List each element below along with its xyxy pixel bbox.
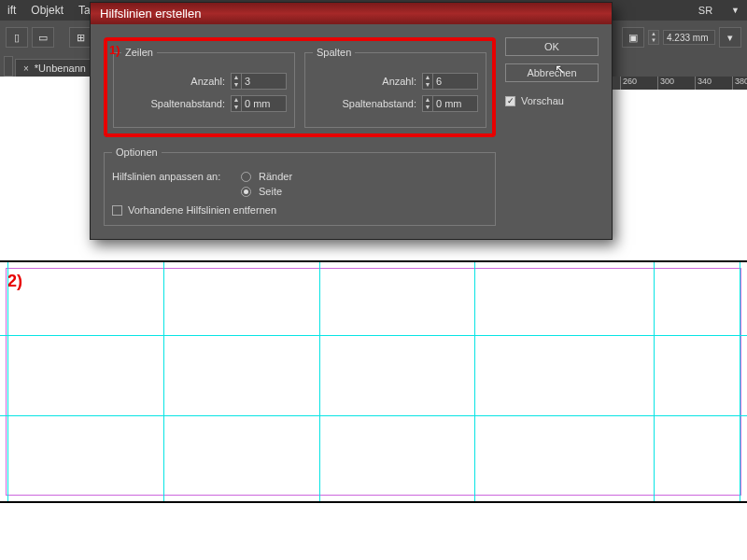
guide-horizontal[interactable]	[0, 415, 747, 416]
dim-spinner[interactable]: ▲▼	[648, 30, 659, 45]
preview-checkbox[interactable]	[505, 96, 515, 106]
menu-item[interactable]: Objekt	[31, 4, 63, 17]
chevron-down-icon: ▼	[731, 6, 740, 15]
dim-input[interactable]	[663, 30, 715, 45]
annotation-highlight: 1) Zeilen Anzahl: ▲▼ Spaltenabstand: ▲▼	[104, 37, 496, 137]
radio-margins[interactable]	[241, 172, 251, 182]
close-panel-icon[interactable]	[4, 56, 13, 77]
guide-vertical[interactable]	[474, 262, 475, 501]
rows-count-label: Anzahl:	[190, 76, 225, 87]
guide-vertical[interactable]	[163, 262, 164, 501]
fit-label: Hilfslinien anpassen an:	[112, 171, 233, 182]
radio-page[interactable]	[241, 187, 251, 197]
rows-gap-spinner[interactable]: ▲▼	[231, 95, 242, 112]
ruler-tick: 260	[620, 77, 637, 90]
ruler-tick: 300	[657, 77, 674, 90]
cols-legend: Spalten	[313, 47, 355, 58]
guide-horizontal[interactable]	[0, 335, 747, 336]
page-canvas[interactable]: 2)	[0, 261, 747, 502]
tool-icon[interactable]: ⊞	[69, 27, 92, 48]
ruler-tick: 380	[732, 77, 747, 90]
cancel-button[interactable]: Abbrechen	[505, 63, 599, 82]
rows-legend: Zeilen	[121, 47, 157, 58]
rows-count-input[interactable]	[242, 73, 287, 90]
ok-button[interactable]: OK	[505, 37, 599, 56]
horizontal-ruler: 260 300 340 380	[613, 77, 747, 90]
align-top-icon[interactable]: ▭	[32, 27, 54, 48]
options-group: Optionen Hilfslinien anpassen an: Ränder…	[104, 147, 496, 226]
guide-vertical[interactable]	[740, 262, 740, 501]
create-guides-dialog: Hilfslinien erstellen 1) Zeilen Anzahl: …	[90, 2, 613, 240]
tool-dropdown-icon[interactable]: ▾	[719, 27, 741, 48]
cols-count-spinner[interactable]: ▲▼	[422, 73, 433, 90]
cols-count-input[interactable]	[433, 73, 478, 90]
document-tab-label: *Unbenann	[35, 63, 86, 74]
guide-vertical[interactable]	[319, 262, 320, 501]
radio-page-label: Seite	[259, 186, 282, 197]
cols-gap-input[interactable]	[433, 95, 478, 112]
rows-gap-input[interactable]	[242, 95, 287, 112]
preview-label: Vorschau	[521, 95, 564, 106]
remove-existing-checkbox[interactable]	[112, 205, 122, 216]
pasteboard	[0, 504, 747, 560]
page: 2)	[0, 261, 747, 502]
cols-group: Spalten Anzahl: ▲▼ Spaltenabstand: ▲▼	[304, 47, 486, 128]
workspace-switcher[interactable]: SR	[698, 5, 716, 16]
cols-gap-label: Spaltenabstand:	[342, 98, 416, 109]
annotation-label: 2)	[7, 272, 22, 291]
frame-fit-icon[interactable]: ▣	[622, 27, 644, 48]
dialog-titlebar[interactable]: Hilfslinien erstellen	[91, 3, 612, 24]
rows-group: Zeilen Anzahl: ▲▼ Spaltenabstand: ▲▼	[113, 47, 295, 128]
cols-gap-spinner[interactable]: ▲▼	[422, 95, 433, 112]
menu-item[interactable]: Ta	[78, 4, 91, 17]
guide-vertical[interactable]	[7, 262, 8, 501]
annotation-label: 1)	[109, 43, 120, 57]
rows-count-spinner[interactable]: ▲▼	[231, 73, 242, 90]
menu-item[interactable]: ift	[7, 4, 16, 17]
dialog-title: Hilfslinien erstellen	[100, 7, 201, 21]
radio-margins-label: Ränder	[259, 171, 292, 182]
close-icon[interactable]: ×	[23, 63, 29, 74]
rows-gap-label: Spaltenabstand:	[150, 98, 225, 109]
align-left-icon[interactable]: ▯	[6, 27, 28, 48]
options-legend: Optionen	[112, 147, 162, 158]
guide-vertical[interactable]	[654, 262, 655, 501]
remove-existing-label: Vorhandene Hilfslinien entfernen	[128, 204, 276, 216]
margin-box	[6, 268, 741, 496]
cols-count-label: Anzahl:	[382, 76, 416, 87]
document-tab[interactable]: × *Unbenann	[15, 59, 94, 77]
ruler-tick: 340	[695, 77, 712, 90]
